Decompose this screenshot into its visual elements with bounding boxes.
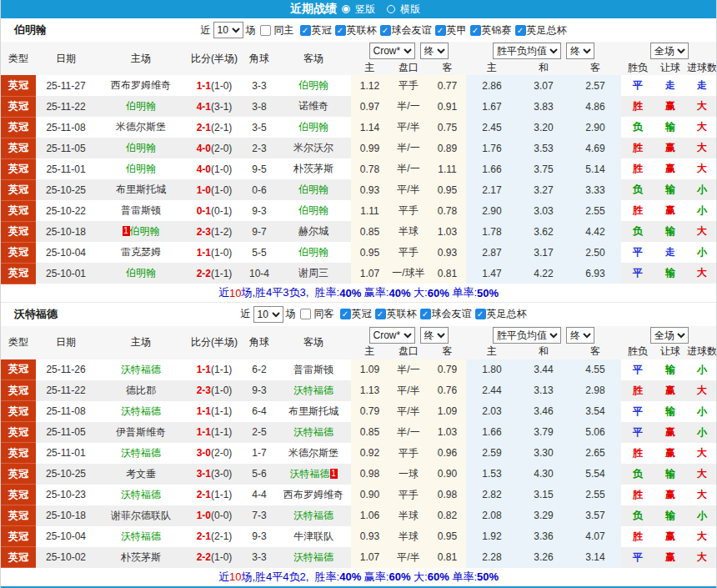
league-filter-checkbox[interactable]: ✓ bbox=[470, 25, 481, 36]
league-filter-checkbox[interactable]: ✓ bbox=[375, 309, 386, 319]
match-row: 英冠25-10-23沃特福德2-1(1-1)4-4西布罗姆维奇0.90平手0.9… bbox=[1, 485, 717, 505]
match-date: 25-10-02 bbox=[36, 547, 96, 568]
league-badge: 英冠 bbox=[1, 158, 36, 179]
league-filter-checkbox[interactable]: ✓ bbox=[475, 309, 486, 319]
halftime-score: (1-0) bbox=[211, 551, 232, 563]
final-eu-odds-select[interactable]: 终 bbox=[566, 43, 594, 59]
home-team-cell: 沃特福德 bbox=[96, 485, 186, 505]
league-filter-label[interactable]: 英联杯 bbox=[387, 308, 417, 319]
league-filter-checkbox[interactable]: ✓ bbox=[515, 25, 526, 36]
match-row: 英冠25-11-22德比郡2-3(1-0)9-3沃特福德1.13平/半0.762… bbox=[1, 380, 717, 401]
ah-line: 平/半 bbox=[389, 179, 429, 200]
league-filter-checkbox[interactable]: ✓ bbox=[300, 25, 311, 36]
ah-line: 平/半 bbox=[389, 380, 429, 401]
same-venue-checkbox[interactable] bbox=[260, 25, 271, 36]
eu-draw-odds: 3.30 bbox=[518, 443, 569, 464]
halftime-score: (1-1) bbox=[211, 489, 232, 500]
league-filter-checkbox[interactable]: ✓ bbox=[335, 25, 346, 36]
corner-cell: 6-2 bbox=[243, 359, 276, 380]
league-filter-label[interactable]: 英足总杯 bbox=[487, 308, 527, 319]
handicap-result-cell: 赢 bbox=[654, 200, 686, 221]
near-count-select[interactable]: 10 bbox=[213, 22, 243, 38]
col-header-eu-home: 主 bbox=[466, 60, 518, 75]
home-team-name: 伯明翰 bbox=[126, 100, 156, 112]
handicap-result-cell-text: 输 bbox=[665, 510, 675, 521]
goals-result-cell: 小 bbox=[686, 179, 717, 200]
layout-radio-vertical-label[interactable]: 竖版 bbox=[355, 3, 375, 17]
fullmatch-select[interactable]: 全场 bbox=[650, 327, 689, 344]
ah-home-odds: 0.78 bbox=[351, 158, 389, 179]
col-header-goals-result: 进球数 bbox=[686, 344, 717, 359]
summary-stat-value: 50% bbox=[477, 287, 499, 299]
away-team-name: 沃特福德 bbox=[293, 384, 333, 396]
goals-result-cell-text: 小 bbox=[697, 405, 707, 417]
league-filter-checkbox[interactable]: ✓ bbox=[420, 309, 431, 319]
league-filter-label[interactable]: 英足总杯 bbox=[527, 24, 567, 36]
layout-radio-horizontal[interactable] bbox=[387, 5, 395, 13]
final-ah-odds-select[interactable]: 终 bbox=[420, 43, 449, 59]
near-count-select[interactable]: 10 bbox=[253, 306, 283, 323]
same-venue-label[interactable]: 同客 bbox=[314, 307, 334, 321]
home-team-cell: 雷克瑟姆 bbox=[96, 242, 186, 263]
ah-away-odds: 0.96 bbox=[429, 443, 466, 464]
layout-radio-horizontal-label[interactable]: 横版 bbox=[400, 3, 420, 17]
handicap-result-cell: 赢 bbox=[654, 158, 686, 179]
halftime-score: (1-1) bbox=[211, 364, 232, 375]
league-filter-label[interactable]: 英冠 bbox=[352, 308, 372, 319]
league-filter-label[interactable]: 英甲 bbox=[447, 24, 467, 36]
eu-away-odds: 5.06 bbox=[569, 422, 621, 443]
handicap-result-cell: 赢 bbox=[654, 422, 686, 443]
layout-radio-vertical[interactable] bbox=[342, 5, 350, 13]
games-label: 场 bbox=[286, 307, 296, 321]
home-team-cell: 伯明翰 bbox=[96, 158, 186, 179]
eu-draw-odds: 3.62 bbox=[518, 221, 569, 242]
result-cell-text: 平 bbox=[633, 551, 643, 563]
result-cell-text: 负 bbox=[633, 468, 643, 480]
league-badge: 英冠 bbox=[1, 547, 36, 568]
fullmatch-select[interactable]: 全场 bbox=[650, 43, 689, 59]
handicap-result-cell-text: 赢 bbox=[665, 530, 675, 542]
final-ah-odds-select[interactable]: 终 bbox=[420, 327, 449, 344]
wdl-mean-select[interactable]: 胜平负均值 bbox=[493, 327, 561, 344]
match-row: 英冠25-11-05伊普斯维奇1-1(1-1)2-5沃特福德0.85半/一1.0… bbox=[1, 422, 717, 443]
score-cell: 2-2(1-1) bbox=[186, 263, 243, 284]
league-filter-checkbox[interactable]: ✓ bbox=[435, 25, 446, 36]
same-venue-label[interactable]: 同主 bbox=[274, 23, 294, 38]
match-date: 25-11-08 bbox=[36, 401, 96, 422]
match-date: 25-10-22 bbox=[36, 200, 96, 221]
top-bar: 近期战绩 竖版 横版 bbox=[1, 0, 716, 18]
summary-record: 场,胜4平4负2, bbox=[241, 570, 312, 585]
ah-away-odds: 0.75 bbox=[429, 117, 466, 138]
league-filter-label[interactable]: 球会友谊 bbox=[392, 24, 432, 36]
league-filter-label[interactable]: 英冠 bbox=[312, 24, 332, 36]
wdl-mean-select[interactable]: 胜平负均值 bbox=[493, 43, 561, 59]
eu-draw-odds: 3.07 bbox=[518, 75, 569, 96]
final-eu-odds-select[interactable]: 终 bbox=[566, 327, 594, 344]
league-filter-label[interactable]: 英锦赛 bbox=[482, 24, 512, 36]
home-team-name: 沃特福德 bbox=[121, 364, 161, 375]
eu-away-odds: 6.93 bbox=[569, 263, 621, 284]
league-filter-label[interactable]: 英联杯 bbox=[347, 24, 377, 36]
away-team-cell: 赫尔城 bbox=[276, 221, 351, 242]
same-venue-checkbox[interactable] bbox=[300, 309, 311, 319]
eu-home-odds: 2.59 bbox=[466, 443, 518, 464]
score-cell: 3-1(3-0) bbox=[186, 464, 243, 485]
bookmaker-select[interactable]: Crow* bbox=[369, 43, 415, 59]
goals-result-cell-text: 大 bbox=[697, 121, 707, 133]
goals-result-cell: 小 bbox=[686, 242, 717, 263]
league-filter-checkbox[interactable]: ✓ bbox=[380, 25, 391, 36]
ah-away-odds: 0.82 bbox=[429, 505, 466, 526]
away-team-name: 朴茨茅斯 bbox=[293, 163, 333, 174]
corner-cell: 9-5 bbox=[243, 158, 276, 179]
league-filter-label[interactable]: 球会友谊 bbox=[432, 308, 472, 319]
ah-home-odds: 1.13 bbox=[351, 380, 389, 401]
eu-draw-odds: 3.29 bbox=[518, 505, 569, 526]
halftime-score: (1-0) bbox=[211, 184, 232, 196]
bookmaker-select[interactable]: Crow* bbox=[369, 327, 415, 344]
result-cell: 负 bbox=[621, 505, 654, 526]
col-header-away: 客场 bbox=[276, 326, 351, 359]
ah-line: 一/球半 bbox=[389, 263, 429, 284]
eu-home-odds: 2.17 bbox=[466, 179, 518, 200]
goals-result-cell-text: 大 bbox=[697, 489, 707, 500]
league-filter-checkbox[interactable]: ✓ bbox=[340, 309, 351, 319]
